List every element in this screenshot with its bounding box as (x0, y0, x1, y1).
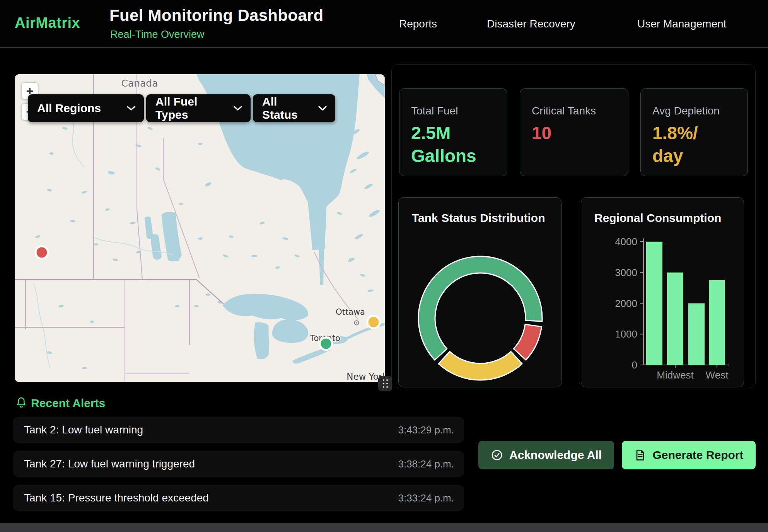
status-filter-label: All Status (262, 95, 311, 121)
chevron-down-icon (234, 106, 242, 111)
map-place-label: Canada (121, 78, 158, 89)
stat-label: Critical Tanks (532, 105, 617, 117)
stat-card-avg-depletion: Avg Depletion 1.8%/ day (640, 88, 748, 176)
stat-card-critical-tanks: Critical Tanks 10 (520, 88, 628, 176)
stat-label: Total Fuel (411, 105, 496, 117)
chart-title: Tank Status Distribution (412, 211, 545, 225)
generate-report-button[interactable]: Generate Report (622, 441, 756, 469)
stat-value: 2.5M Gallons (411, 122, 496, 167)
alert-text: Tank 27: Low fuel warning triggered (24, 458, 195, 470)
bottom-scrollbar[interactable] (0, 523, 768, 532)
stat-card-total-fuel: Total Fuel 2.5M Gallons (399, 88, 507, 176)
stat-value: 10 (532, 122, 617, 145)
stat-label: Avg Depletion (652, 105, 737, 117)
alert-time: 3:33:24 p.m. (398, 492, 454, 504)
map-place-label: Ottawa (336, 307, 365, 317)
y-tick-label: 0 (632, 359, 637, 371)
bar-2 (688, 304, 705, 365)
bar-chart: 01000200030004000MidwestWest (581, 198, 744, 387)
page-subtitle: Real-Time Overview (110, 29, 205, 41)
donut-segment-red (514, 324, 541, 360)
tank-status-chart-card: Tank Status Distribution (398, 197, 561, 387)
y-tick-label: 3000 (615, 267, 637, 278)
tank-marker-warning[interactable] (367, 316, 380, 328)
y-tick-label: 2000 (615, 298, 637, 309)
drag-grip-icon[interactable] (378, 376, 392, 391)
nav-item-reports[interactable]: Reports (399, 18, 437, 30)
acknowledge-all-label: Acknowledge All (509, 448, 602, 462)
brand-logo[interactable]: AirMatrix (15, 15, 80, 31)
y-tick-label: 4000 (615, 236, 637, 247)
tank-marker-critical[interactable] (36, 246, 48, 259)
alert-text: Tank 2: Low fuel warning (24, 424, 143, 436)
map[interactable]: CanadaOttawaTorontoNew York − + All Regi… (15, 74, 385, 382)
header: AirMatrix Fuel Monitoring Dashboard Real… (0, 0, 768, 48)
y-tick-label: 1000 (615, 328, 637, 340)
x-tick-label: West (706, 369, 729, 381)
bar-0 (646, 242, 662, 365)
nav-item-user-management[interactable]: User Management (637, 18, 726, 30)
page-title: Fuel Monitoring Dashboard (109, 6, 323, 25)
alerts-heading: Recent Alerts (31, 397, 105, 410)
status-filter-dropdown[interactable]: All Status (253, 94, 335, 122)
acknowledge-all-button[interactable]: Acknowledge All (478, 441, 614, 469)
tank-marker-normal[interactable] (320, 338, 332, 350)
bar-3 (709, 280, 725, 365)
donut-chart (399, 198, 561, 387)
fuel-type-filter-label: All Fuel Types (155, 95, 227, 121)
x-tick-label: Midwest (657, 369, 694, 381)
chart-title: Regional Consumption (594, 211, 721, 225)
bar-1 (667, 273, 683, 365)
alert-time: 3:43:29 p.m. (398, 424, 454, 436)
chevron-down-icon (318, 106, 327, 111)
donut-segment-yellow (439, 351, 522, 380)
alert-time: 3:38:24 p.m. (398, 458, 454, 470)
alert-row[interactable]: Tank 27: Low fuel warning triggered 3:38… (13, 451, 464, 477)
check-circle-icon (491, 449, 503, 461)
region-filter-label: All Regions (37, 102, 101, 115)
bell-icon (15, 397, 27, 409)
chevron-down-icon (127, 106, 135, 111)
region-filter-dropdown[interactable]: All Regions (28, 94, 144, 122)
stat-value: 1.8%/ day (652, 122, 737, 167)
document-icon (634, 449, 646, 461)
regional-consumption-chart-card: Regional Consumption 01000200030004000Mi… (581, 197, 744, 387)
fuel-type-filter-dropdown[interactable]: All Fuel Types (146, 94, 251, 122)
alert-row[interactable]: Tank 2: Low fuel warning 3:43:29 p.m. (13, 417, 464, 443)
generate-report-label: Generate Report (652, 448, 743, 462)
alert-text: Tank 15: Pressure threshold exceeded (24, 492, 209, 504)
nav-item-disaster-recovery[interactable]: Disaster Recovery (487, 18, 575, 30)
alert-row[interactable]: Tank 15: Pressure threshold exceeded 3:3… (13, 485, 464, 511)
